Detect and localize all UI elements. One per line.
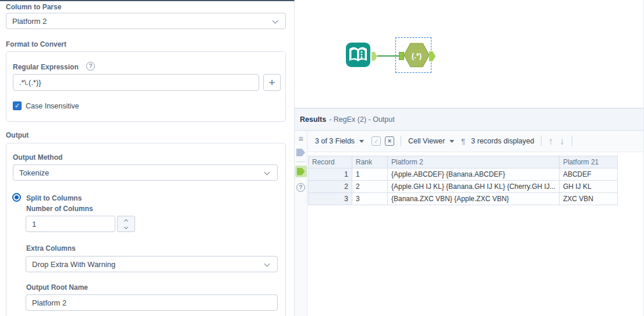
chevron-down-icon[interactable]: [359, 140, 364, 143]
results-toolbar: 3 of 3 Fields ✓ ✕ Cell Viewer ¶ 3 record…: [307, 131, 644, 152]
results-data-grid: Record Rank Platform 2 Platform 21 1 1 {…: [308, 156, 618, 205]
number-of-columns-value: 1: [32, 220, 36, 229]
chevron-down-icon: [264, 261, 270, 267]
regex-configuration-panel: Column to Parse Platform 2 Format to Con…: [0, 0, 295, 316]
input-anchor-icon[interactable]: [296, 149, 305, 156]
help-icon[interactable]: ?: [296, 183, 305, 192]
regex-input[interactable]: .*\.(.*)}: [13, 74, 259, 91]
rank-cell[interactable]: 3: [352, 193, 388, 205]
alteryx-regex-tool-view: Column to Parse Platform 2 Format to Con…: [0, 0, 644, 316]
regex-tool-icon[interactable]: (.*): [404, 43, 430, 68]
chevron-up-icon: [124, 219, 128, 223]
text-input-output-anchor[interactable]: [371, 52, 377, 61]
number-of-columns-label: Number of Columns: [26, 205, 93, 213]
number-of-columns-stepper: [117, 216, 135, 232]
column-header-record[interactable]: Record: [309, 156, 352, 168]
case-insensitive-checkbox[interactable]: ✓: [13, 101, 22, 110]
table-row: 2 2 {Apple.GH IJ KL} {Banana.GH IJ KL} {…: [309, 181, 618, 193]
column-to-parse-value: Platform 2: [12, 17, 47, 26]
regex-input-value: .*\.(.*)}: [19, 78, 41, 87]
output-anchor-button[interactable]: [295, 166, 307, 177]
extra-columns-value: Drop Extra With Warning: [32, 260, 115, 269]
records-displayed: 3 records displayed: [471, 137, 534, 145]
workflow-canvas[interactable]: (.*): [295, 0, 644, 108]
platform21-cell[interactable]: ZXC VBN: [559, 193, 617, 205]
results-anchor-strip: ≡ ?: [295, 131, 307, 316]
metadata-list-icon[interactable]: ≡: [298, 135, 303, 143]
number-of-columns-input[interactable]: 1: [26, 216, 115, 232]
scroll-down-icon[interactable]: ↓: [560, 136, 565, 146]
text-input-tool-icon[interactable]: [345, 42, 371, 68]
column-header-platform2[interactable]: Platform 2: [388, 156, 560, 168]
whitespace-toggle-icon[interactable]: ¶: [461, 137, 465, 146]
format-to-convert-label: Format to Convert: [6, 40, 66, 48]
platform21-cell[interactable]: ABCDEF: [559, 168, 617, 181]
extra-columns-label: Extra Columns: [26, 244, 76, 252]
record-cell[interactable]: 3: [309, 193, 352, 205]
output-root-name-label: Output Root Name: [26, 283, 88, 292]
column-header-rank[interactable]: Rank: [352, 156, 388, 168]
chevron-down-icon: [124, 224, 128, 229]
output-root-name-value: Platform 2: [32, 299, 66, 307]
toolbar-divider: [541, 136, 542, 146]
platform21-cell[interactable]: GH IJ KL: [559, 181, 617, 193]
stepper-up-button[interactable]: [118, 216, 135, 224]
chevron-down-icon: [264, 170, 270, 175]
platform2-cell[interactable]: {Banana.ZXC VBN} {Apple.ZXC VBN}: [388, 193, 560, 205]
extra-columns-select[interactable]: Drop Extra With Warning: [26, 256, 278, 272]
column-to-parse-select[interactable]: Platform 2: [6, 13, 286, 29]
output-method-label: Output Method: [13, 153, 62, 161]
regex-tool-label: (.*): [412, 51, 422, 60]
check-icon: ✓: [15, 102, 20, 110]
column-header-platform21[interactable]: Platform 21: [559, 156, 617, 168]
strip-divider: [296, 161, 306, 162]
fields-summary[interactable]: 3 of 3 Fields: [315, 137, 355, 145]
regex-output-anchor[interactable]: [429, 51, 436, 61]
rank-cell[interactable]: 1: [352, 168, 388, 181]
output-anchor-icon: [297, 168, 305, 175]
record-cell[interactable]: 2: [309, 181, 352, 193]
toolbar-divider: [401, 136, 401, 146]
deselect-fields-icon[interactable]: ✕: [385, 136, 394, 146]
rank-cell[interactable]: 2: [352, 181, 388, 193]
regular-expression-label: Regular Expression: [13, 63, 79, 71]
column-to-parse-label: Column to Parse: [6, 3, 61, 11]
cell-viewer-button[interactable]: Cell Viewer: [408, 137, 445, 145]
chevron-down-icon: [273, 18, 278, 24]
record-cell[interactable]: 1: [309, 168, 352, 181]
output-root-name-input[interactable]: Platform 2: [26, 294, 278, 311]
platform2-cell[interactable]: {Apple.GH IJ KL} {Banana.GH IJ KL} {Cher…: [388, 181, 560, 193]
results-title: Results: [300, 115, 326, 124]
output-section-label: Output: [6, 131, 29, 139]
add-expression-button[interactable]: +: [263, 74, 281, 91]
table-header-row: Record Rank Platform 2 Platform 21: [309, 156, 618, 168]
select-fields-icon[interactable]: ✓: [371, 136, 381, 146]
case-insensitive-label: Case Insensitive: [26, 102, 79, 110]
results-panel: Results - RegEx (2) - Output ≡ ? 3 of 3 …: [295, 108, 644, 316]
help-icon[interactable]: ?: [86, 62, 95, 71]
output-method-select[interactable]: Tokenize: [13, 164, 278, 181]
platform2-cell[interactable]: {Apple.ABCDEF} {Banana.ABCDEF}: [388, 168, 560, 181]
results-subtitle: - RegEx (2) - Output: [329, 115, 395, 124]
table-row: 1 1 {Apple.ABCDEF} {Banana.ABCDEF} ABCDE…: [309, 168, 618, 181]
toolbar-divider: [572, 136, 572, 146]
table-row: 3 3 {Banana.ZXC VBN} {Apple.ZXC VBN} ZXC…: [309, 193, 618, 205]
stepper-down-button[interactable]: [118, 224, 135, 231]
split-to-columns-label: Split to Columns: [26, 194, 82, 202]
scroll-up-icon[interactable]: ↑: [548, 136, 553, 146]
results-header: Results - RegEx (2) - Output: [295, 108, 644, 131]
chevron-down-icon[interactable]: [450, 140, 454, 143]
output-method-value: Tokenize: [19, 168, 49, 177]
split-to-columns-radio[interactable]: [12, 193, 21, 202]
